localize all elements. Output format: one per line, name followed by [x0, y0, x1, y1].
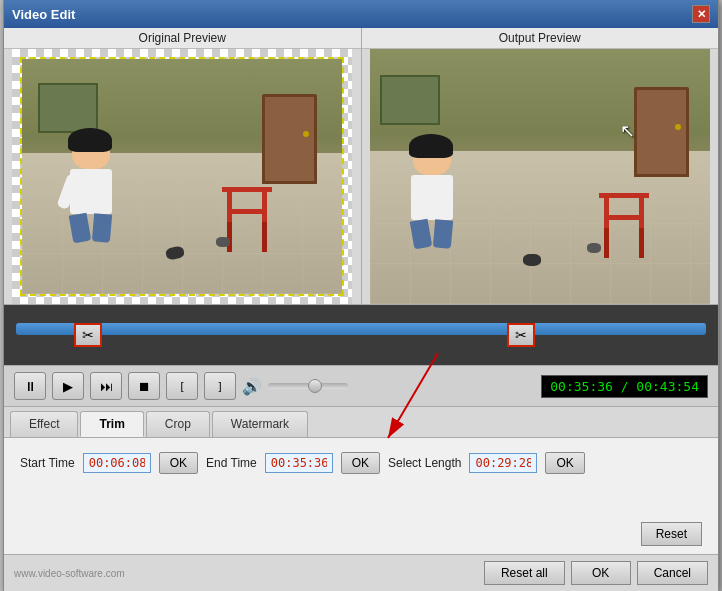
- tab-crop[interactable]: Crop: [146, 411, 210, 437]
- video-edit-window: Video Edit ✕ Original Preview: [3, 0, 719, 591]
- trim-row: Start Time OK End Time OK Select Length …: [20, 452, 702, 474]
- timeline-area: ✂ ✂: [4, 305, 718, 365]
- close-button[interactable]: ✕: [692, 5, 710, 23]
- time-display: 00:35:36 / 00:43:54: [541, 375, 708, 398]
- reset-area: Reset: [4, 518, 718, 554]
- right-scissors-btn[interactable]: ✂: [507, 323, 535, 347]
- original-preview-panel: Original Preview: [4, 28, 361, 304]
- mark-in-icon: [: [180, 380, 183, 392]
- volume-slider[interactable]: [268, 383, 348, 389]
- original-scene: [22, 59, 342, 294]
- footer-area: www.video-software.com Reset all OK Canc…: [4, 554, 718, 591]
- play-button[interactable]: ▶: [52, 372, 84, 400]
- scissors-right-icon: ✂: [515, 327, 527, 343]
- reset-button[interactable]: Reset: [641, 522, 702, 546]
- step-forward-button[interactable]: ⏭: [90, 372, 122, 400]
- crop-border: [20, 57, 344, 296]
- select-ok-button[interactable]: OK: [545, 452, 584, 474]
- mark-out-button[interactable]: ]: [204, 372, 236, 400]
- step-forward-icon: ⏭: [100, 379, 113, 394]
- scissors-left-icon: ✂: [82, 327, 94, 343]
- ok-button[interactable]: OK: [571, 561, 631, 585]
- volume-icon: 🔊: [242, 377, 262, 396]
- mark-out-icon: ]: [218, 380, 221, 392]
- left-scissors-btn[interactable]: ✂: [74, 323, 102, 347]
- window-title: Video Edit: [12, 7, 75, 22]
- watermark-text: www.video-software.com: [14, 568, 125, 579]
- timeline-track[interactable]: [16, 323, 706, 335]
- right-marker[interactable]: ✂: [507, 323, 535, 347]
- end-ok-button[interactable]: OK: [341, 452, 380, 474]
- original-video-frame: [12, 49, 352, 304]
- tab-watermark[interactable]: Watermark: [212, 411, 308, 437]
- output-video-frame: ↖: [370, 49, 710, 304]
- stop-button[interactable]: ⏹: [128, 372, 160, 400]
- start-time-label: Start Time: [20, 456, 75, 470]
- volume-thumb[interactable]: [308, 379, 322, 393]
- pause-button[interactable]: ⏸: [14, 372, 46, 400]
- title-bar: Video Edit ✕: [4, 0, 718, 28]
- left-marker[interactable]: ✂: [74, 323, 102, 347]
- reset-all-button[interactable]: Reset all: [484, 561, 565, 585]
- play-icon: ▶: [63, 379, 73, 394]
- select-length-label: Select Length: [388, 456, 461, 470]
- original-preview-label: Original Preview: [4, 28, 361, 49]
- preview-area: Original Preview: [4, 28, 718, 305]
- end-time-input[interactable]: [265, 453, 333, 473]
- output-scene: ↖: [370, 49, 710, 304]
- select-length-input[interactable]: [469, 453, 537, 473]
- trim-tab-content: Start Time OK End Time OK Select Length …: [4, 438, 718, 518]
- mouse-cursor: ↖: [620, 120, 635, 142]
- end-time-label: End Time: [206, 456, 257, 470]
- mark-in-button[interactable]: [: [166, 372, 198, 400]
- pause-icon: ⏸: [24, 379, 37, 394]
- controls-area: ⏸ ▶ ⏭ ⏹ [ ] 🔊 00:35:36 / 00:43:54: [4, 365, 718, 407]
- output-preview-label: Output Preview: [362, 28, 719, 49]
- tab-trim[interactable]: Trim: [80, 411, 143, 437]
- tabs-area: Effect Trim Crop Watermark: [4, 407, 718, 438]
- output-preview-panel: Output Preview: [362, 28, 719, 304]
- tab-effect[interactable]: Effect: [10, 411, 78, 437]
- stop-icon: ⏹: [138, 379, 151, 394]
- start-ok-button[interactable]: OK: [159, 452, 198, 474]
- start-time-input[interactable]: [83, 453, 151, 473]
- cancel-button[interactable]: Cancel: [637, 561, 708, 585]
